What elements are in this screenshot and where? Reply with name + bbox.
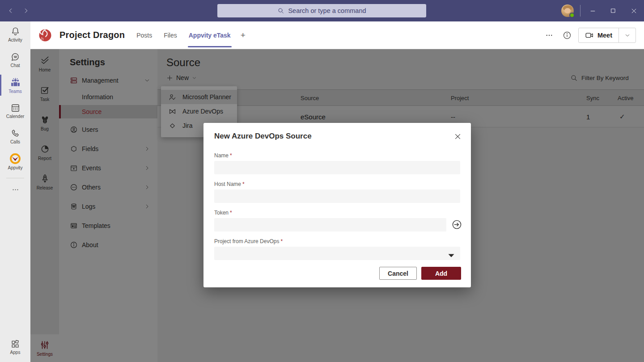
team-name: Project Dragon (59, 30, 125, 40)
rail-item-apps[interactable]: Apps (0, 335, 30, 358)
cancel-button[interactable]: Cancel (379, 267, 417, 280)
command-search-input[interactable]: Search or type a command (217, 4, 426, 17)
ellipsis-icon (545, 31, 553, 39)
channel-tabs: Posts Files Appvity eTask (136, 30, 230, 41)
close-window-button[interactable] (623, 0, 644, 21)
rail-more-apps-button[interactable] (0, 182, 30, 197)
maximize-icon (610, 8, 616, 14)
chevron-left-icon (7, 7, 14, 14)
host-name-field-label: Host Name* (214, 181, 245, 187)
minimize-button[interactable] (582, 0, 603, 21)
user-avatar[interactable] (561, 4, 574, 17)
rail-divider (6, 178, 24, 178)
chevron-right-icon (22, 7, 30, 14)
appvity-logo-icon (9, 153, 21, 164)
host-name-input[interactable] (214, 189, 460, 203)
arrow-in-circle-icon (452, 219, 462, 230)
rail-label: Calls (10, 139, 20, 144)
rail-item-chat[interactable]: Chat (0, 47, 30, 72)
search-placeholder-text: Search or type a command (288, 7, 366, 14)
caret-down-icon (448, 252, 455, 260)
bell-icon (10, 26, 21, 37)
rail-label: Calender (6, 114, 25, 119)
titlebar-divider (580, 5, 580, 17)
rail-item-calender[interactable]: Calender (0, 98, 30, 123)
channel-info-button[interactable] (560, 29, 574, 42)
rail-label: Apps (10, 350, 21, 355)
channel-header: Project Dragon Posts Files Appvity eTask… (30, 21, 644, 49)
close-icon (631, 8, 637, 14)
chevron-down-icon (624, 32, 631, 38)
name-input[interactable] (214, 161, 460, 174)
minimize-icon (589, 8, 596, 14)
phone-icon (10, 128, 21, 139)
required-asterisk: * (230, 152, 232, 159)
rail-label: Appvity (8, 165, 23, 170)
more-options-button[interactable] (542, 29, 556, 42)
token-field-label: Token* (214, 210, 232, 216)
token-submit-button[interactable] (452, 219, 462, 230)
maximize-button[interactable] (603, 0, 623, 21)
required-asterisk: * (242, 181, 245, 187)
info-icon (563, 31, 572, 40)
tab-posts[interactable]: Posts (136, 30, 152, 41)
rail-item-calls[interactable]: Calls (0, 123, 30, 149)
new-azure-devops-source-dialog: New Azure DevOps Source Name* Host Name*… (203, 123, 471, 287)
teams-app-rail: Activity Chat Teams Calender Calls Appvi… (0, 21, 30, 362)
rail-label: Activity (8, 38, 22, 42)
name-field-label: Name* (214, 152, 232, 159)
dialog-title: New Azure DevOps Source (214, 132, 312, 141)
ellipsis-icon (12, 186, 19, 194)
meet-button-label: Meet (597, 32, 612, 39)
dialog-close-button[interactable] (452, 131, 463, 142)
required-asterisk: * (230, 210, 232, 216)
teams-icon (10, 77, 21, 88)
rail-label: Teams (8, 89, 21, 94)
apps-icon (10, 339, 20, 349)
meet-button[interactable]: Meet (579, 28, 619, 42)
add-tab-button[interactable]: + (241, 30, 246, 40)
close-icon (454, 133, 462, 140)
teams-titlebar: Search or type a command (0, 0, 644, 21)
add-button[interactable]: Add (421, 267, 461, 280)
project-select[interactable] (214, 247, 460, 260)
meet-dropdown-button[interactable] (619, 28, 636, 42)
forward-button[interactable] (21, 5, 31, 16)
calendar-icon (10, 103, 21, 113)
token-input[interactable] (214, 218, 446, 232)
rail-item-activity[interactable]: Activity (0, 21, 30, 47)
chat-icon (10, 52, 21, 62)
search-icon (277, 7, 284, 14)
rail-item-appvity[interactable]: Appvity (0, 149, 30, 174)
meet-split-button: Meet (578, 28, 636, 43)
presence-available-badge (569, 13, 575, 18)
back-button[interactable] (5, 5, 16, 16)
tab-files[interactable]: Files (164, 30, 177, 41)
project-field-label: Project from Azure DevOps* (214, 238, 283, 244)
rail-label: Chat (10, 63, 20, 68)
tab-appvity-etask[interactable]: Appvity eTask (189, 30, 231, 41)
team-dragon-logo (38, 28, 52, 42)
video-camera-icon (585, 31, 594, 40)
required-asterisk: * (280, 238, 283, 244)
rail-item-teams[interactable]: Teams (0, 72, 30, 98)
